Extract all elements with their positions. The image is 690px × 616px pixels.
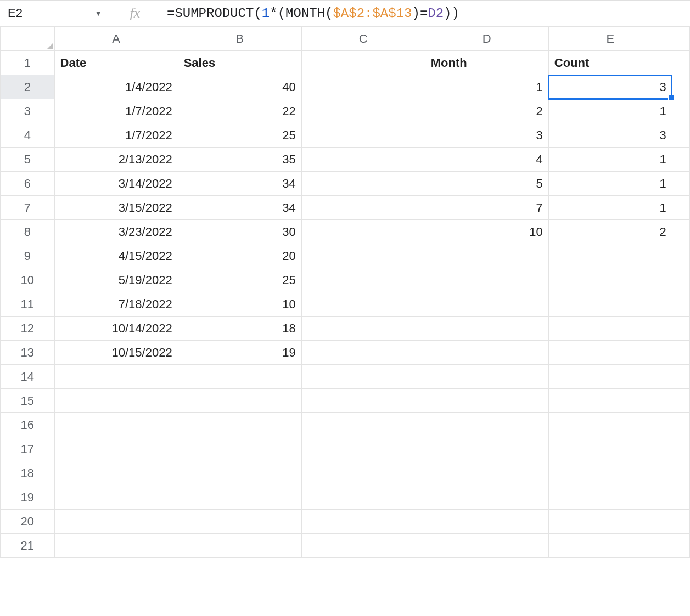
row-header-15[interactable]: 15 <box>1 389 55 413</box>
cell-C3[interactable] <box>301 99 425 123</box>
cell-A8[interactable]: 3/23/2022 <box>54 220 178 244</box>
cell-C6[interactable] <box>301 172 425 196</box>
cell-A14[interactable] <box>54 365 178 389</box>
row-header-21[interactable]: 21 <box>1 534 55 558</box>
cell-C19[interactable] <box>301 485 425 510</box>
cell-B17[interactable] <box>178 437 301 461</box>
cell-A17[interactable] <box>54 437 178 461</box>
cell-C7[interactable] <box>301 196 425 220</box>
cell-C21[interactable] <box>301 534 425 558</box>
cell-A7[interactable]: 3/15/2022 <box>54 196 178 220</box>
cell-A4[interactable]: 1/7/2022 <box>54 123 178 148</box>
cell-A21[interactable] <box>54 534 178 558</box>
cell-A3[interactable]: 1/7/2022 <box>54 99 178 123</box>
cell-C20[interactable] <box>301 510 425 534</box>
cell-C5[interactable] <box>301 148 425 172</box>
cell-extra-2[interactable] <box>672 75 689 99</box>
cell-extra-15[interactable] <box>672 389 689 413</box>
cell-E20[interactable] <box>548 510 672 534</box>
cell-E2[interactable]: 3 <box>548 75 672 99</box>
cell-A18[interactable] <box>54 461 178 485</box>
cell-C18[interactable] <box>301 461 425 485</box>
column-header-C[interactable]: C <box>301 27 425 51</box>
row-header-17[interactable]: 17 <box>1 437 55 461</box>
cell-B4[interactable]: 25 <box>178 123 301 148</box>
cell-A19[interactable] <box>54 485 178 510</box>
cell-D21[interactable] <box>425 534 548 558</box>
cell-D20[interactable] <box>425 510 548 534</box>
cell-C13[interactable] <box>301 341 425 365</box>
cell-C12[interactable] <box>301 317 425 341</box>
cell-E19[interactable] <box>548 485 672 510</box>
cell-B21[interactable] <box>178 534 301 558</box>
cell-B16[interactable] <box>178 413 301 437</box>
column-header-E[interactable]: E <box>548 27 672 51</box>
cell-extra-14[interactable] <box>672 365 689 389</box>
cell-B7[interactable]: 34 <box>178 196 301 220</box>
cell-extra-11[interactable] <box>672 292 689 317</box>
cell-D17[interactable] <box>425 437 548 461</box>
cell-A15[interactable] <box>54 389 178 413</box>
cell-B10[interactable]: 25 <box>178 268 301 292</box>
cell-D8[interactable]: 10 <box>425 220 548 244</box>
cell-B6[interactable]: 34 <box>178 172 301 196</box>
row-header-11[interactable]: 11 <box>1 292 55 317</box>
cell-E10[interactable] <box>548 268 672 292</box>
row-header-10[interactable]: 10 <box>1 268 55 292</box>
cell-D7[interactable]: 7 <box>425 196 548 220</box>
cell-A11[interactable]: 7/18/2022 <box>54 292 178 317</box>
formula-input[interactable]: =SUMPRODUCT(1*(MONTH($A$2:$A$13)=D2)) <box>160 6 690 21</box>
cell-D13[interactable] <box>425 341 548 365</box>
cell-D4[interactable]: 3 <box>425 123 548 148</box>
cell-C2[interactable] <box>301 75 425 99</box>
cell-B9[interactable]: 20 <box>178 244 301 268</box>
cell-extra-8[interactable] <box>672 220 689 244</box>
cell-E9[interactable] <box>548 244 672 268</box>
cell-D15[interactable] <box>425 389 548 413</box>
cell-extra-10[interactable] <box>672 268 689 292</box>
row-header-3[interactable]: 3 <box>1 99 55 123</box>
select-all-corner[interactable] <box>1 27 55 51</box>
row-header-9[interactable]: 9 <box>1 244 55 268</box>
cell-C9[interactable] <box>301 244 425 268</box>
cell-A1[interactable]: Date <box>54 51 178 75</box>
row-header-5[interactable]: 5 <box>1 148 55 172</box>
column-header-B[interactable]: B <box>178 27 301 51</box>
cell-D16[interactable] <box>425 413 548 437</box>
cell-D11[interactable] <box>425 292 548 317</box>
cell-E18[interactable] <box>548 461 672 485</box>
cell-B13[interactable]: 19 <box>178 341 301 365</box>
cell-A2[interactable]: 1/4/2022 <box>54 75 178 99</box>
cell-A16[interactable] <box>54 413 178 437</box>
name-box-dropdown-icon[interactable]: ▼ <box>94 9 102 18</box>
row-header-14[interactable]: 14 <box>1 365 55 389</box>
row-header-16[interactable]: 16 <box>1 413 55 437</box>
cell-B14[interactable] <box>178 365 301 389</box>
cell-extra-7[interactable] <box>672 196 689 220</box>
cell-C14[interactable] <box>301 365 425 389</box>
row-header-18[interactable]: 18 <box>1 461 55 485</box>
cell-E1[interactable]: Count <box>548 51 672 75</box>
spreadsheet-grid[interactable]: ABCDE 1DateSalesMonthCount21/4/202240133… <box>0 26 690 558</box>
cell-C16[interactable] <box>301 413 425 437</box>
row-header-1[interactable]: 1 <box>1 51 55 75</box>
cell-E17[interactable] <box>548 437 672 461</box>
cell-D9[interactable] <box>425 244 548 268</box>
cell-extra-3[interactable] <box>672 99 689 123</box>
cell-E15[interactable] <box>548 389 672 413</box>
cell-extra-18[interactable] <box>672 461 689 485</box>
cell-D6[interactable]: 5 <box>425 172 548 196</box>
cell-D3[interactable]: 2 <box>425 99 548 123</box>
cell-A10[interactable]: 5/19/2022 <box>54 268 178 292</box>
cell-C11[interactable] <box>301 292 425 317</box>
cell-extra-16[interactable] <box>672 413 689 437</box>
row-header-6[interactable]: 6 <box>1 172 55 196</box>
cell-C17[interactable] <box>301 437 425 461</box>
cell-E6[interactable]: 1 <box>548 172 672 196</box>
row-header-8[interactable]: 8 <box>1 220 55 244</box>
cell-E3[interactable]: 1 <box>548 99 672 123</box>
cell-B12[interactable]: 18 <box>178 317 301 341</box>
cell-B2[interactable]: 40 <box>178 75 301 99</box>
cell-extra-12[interactable] <box>672 317 689 341</box>
cell-B18[interactable] <box>178 461 301 485</box>
